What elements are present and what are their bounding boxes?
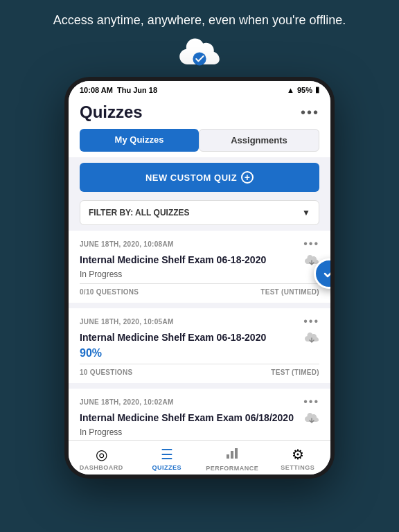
- nav-quizzes[interactable]: ☰ QUIZZES: [134, 446, 200, 472]
- card-status-3: In Progress: [80, 427, 319, 437]
- status-time-date: 10:08 AM Thu Jun 18: [80, 86, 157, 94]
- card-title-row-3: Internal Medicine Shelf Exam Exam 06/18/…: [80, 412, 319, 425]
- battery-label: 95%: [297, 86, 312, 94]
- tab-assignments[interactable]: Assignments: [199, 129, 319, 152]
- new-quiz-label: NEW CUSTOM QUIZ: [145, 172, 237, 183]
- tab-my-quizzes[interactable]: My Quizzes: [80, 129, 199, 152]
- card-title-row-2: Internal Medicine Shelf Exam 06-18-2020: [80, 332, 319, 344]
- device-frame: 10:08 AM Thu Jun 18 ▲ 95% ▮ Quizzes ••• …: [64, 77, 335, 479]
- svg-point-0: [193, 53, 206, 66]
- checkmark-icon: [321, 266, 330, 281]
- cloud-download-icon-3: [304, 412, 319, 425]
- card-questions-1: 0/10 QUESTIONS: [80, 288, 139, 296]
- nav-settings-label: SETTINGS: [281, 464, 314, 471]
- card-score-2: 90%: [80, 347, 319, 360]
- card-date-row-2: JUNE 18TH, 2020, 10:05AM •••: [80, 315, 319, 328]
- card-footer-2: 10 QUESTIONS TEST (TIMED): [80, 364, 319, 376]
- card-test-type-1: TEST (UNTIMED): [260, 288, 319, 296]
- chevron-down-icon: ▼: [302, 208, 310, 218]
- card-title-row-1: Internal Medicine Shelf Exam 06-18-2020: [80, 254, 319, 267]
- quiz-card-3[interactable]: JUNE 18TH, 2020, 10:02AM ••• Internal Me…: [69, 389, 330, 440]
- svg-rect-3: [235, 448, 238, 459]
- quiz-card-1[interactable]: JUNE 18TH, 2020, 10:08AM ••• Internal Me…: [69, 231, 330, 303]
- card-date-2: JUNE 18TH, 2020, 10:05AM: [80, 318, 174, 326]
- nav-settings[interactable]: ⚙ SETTINGS: [265, 446, 331, 472]
- quiz-card-2[interactable]: JUNE 18TH, 2020, 10:05AM ••• Internal Me…: [69, 308, 330, 383]
- plus-icon: +: [241, 171, 254, 184]
- dashboard-icon: ◎: [96, 446, 107, 463]
- card-date-row-3: JUNE 18TH, 2020, 10:02AM •••: [80, 396, 319, 408]
- card-title-3: Internal Medicine Shelf Exam Exam 06/18/…: [80, 412, 297, 423]
- nav-performance[interactable]: PERFORMANCE: [200, 446, 265, 472]
- svg-rect-2: [231, 451, 233, 459]
- quizzes-icon: ☰: [161, 446, 173, 463]
- nav-dashboard-label: DASHBOARD: [80, 464, 123, 471]
- card-more-2[interactable]: •••: [303, 315, 319, 328]
- card-questions-2: 10 QUESTIONS: [80, 369, 132, 376]
- nav-dashboard[interactable]: ◎ DASHBOARD: [69, 446, 134, 472]
- card-test-type-2: TEST (TIMED): [271, 369, 319, 376]
- tagline: Access anytime, anywhere, even when you'…: [39, 12, 360, 28]
- card-more-3[interactable]: •••: [303, 396, 319, 408]
- cloud-icon-wrap: [177, 37, 222, 70]
- performance-icon: [225, 446, 239, 463]
- filter-dropdown[interactable]: FILTER BY: ALL QUIZZES ▼: [80, 200, 319, 225]
- status-right: ▲ 95% ▮: [287, 85, 319, 94]
- quiz-list: JUNE 18TH, 2020, 10:08AM ••• Internal Me…: [69, 231, 330, 440]
- new-custom-quiz-button[interactable]: NEW CUSTOM QUIZ +: [80, 163, 319, 192]
- more-menu-button[interactable]: •••: [301, 105, 319, 121]
- card-title-1: Internal Medicine Shelf Exam 06-18-2020: [80, 254, 297, 265]
- cloud-checkmark-icon: [177, 37, 222, 70]
- page-title: Quizzes: [80, 103, 143, 122]
- card-status-1: In Progress: [80, 269, 319, 279]
- settings-icon: ⚙: [292, 446, 304, 463]
- bottom-nav: ◎ DASHBOARD ☰ QUIZZES PERFORMANCE ⚙: [69, 440, 330, 475]
- battery-icon: ▮: [315, 85, 319, 94]
- card-title-2: Internal Medicine Shelf Exam 06-18-2020: [80, 332, 297, 343]
- card-date-row-1: JUNE 18TH, 2020, 10:08AM •••: [80, 238, 319, 250]
- card-date-1: JUNE 18TH, 2020, 10:08AM: [80, 240, 174, 248]
- wifi-icon: ▲: [287, 86, 294, 94]
- card-footer-1: 0/10 QUESTIONS TEST (UNTIMED): [80, 283, 319, 296]
- device-screen: 10:08 AM Thu Jun 18 ▲ 95% ▮ Quizzes ••• …: [69, 81, 330, 475]
- filter-label: FILTER BY: ALL QUIZZES: [89, 208, 190, 218]
- card-more-1[interactable]: •••: [303, 238, 319, 250]
- card-date-3: JUNE 18TH, 2020, 10:02AM: [80, 398, 174, 406]
- svg-rect-1: [227, 454, 229, 459]
- tab-bar: My Quizzes Assignments: [69, 129, 330, 157]
- status-bar: 10:08 AM Thu Jun 18 ▲ 95% ▮: [69, 81, 330, 97]
- nav-performance-label: PERFORMANCE: [206, 465, 258, 472]
- cloud-download-icon-2: [304, 332, 319, 344]
- app-header: Quizzes •••: [69, 97, 330, 129]
- nav-quizzes-label: QUIZZES: [152, 464, 181, 471]
